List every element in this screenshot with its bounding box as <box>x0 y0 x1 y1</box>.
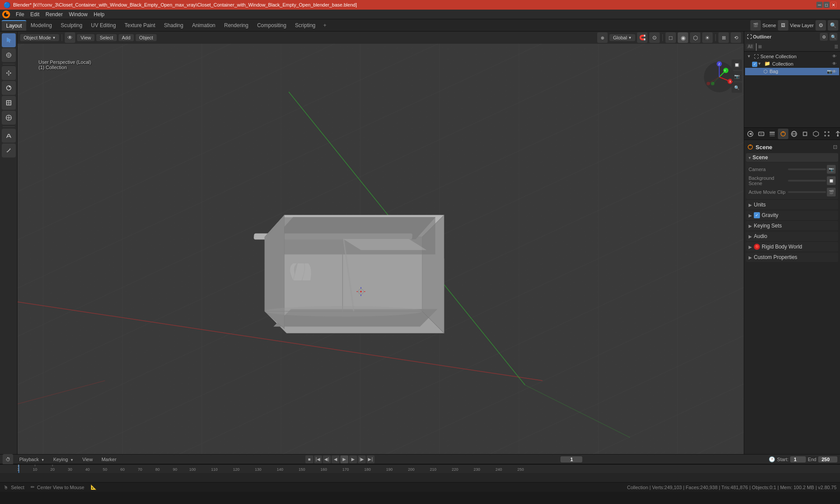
tool-rotate[interactable] <box>2 81 16 95</box>
viewport-lock-btn[interactable]: 🔍 <box>732 82 742 93</box>
menu-render[interactable]: Render <box>43 10 65 18</box>
gizmo-btn[interactable]: ⟲ <box>731 32 741 43</box>
prop-section-keying-sets[interactable]: ▶ Keying Sets <box>746 221 838 231</box>
add-menu[interactable]: Add <box>119 34 134 41</box>
bg-scene-pick-btn[interactable]: 🔲 <box>827 176 836 185</box>
tab-add[interactable]: + <box>320 21 330 30</box>
current-frame-display[interactable]: 1 <box>560 456 582 462</box>
viewport-render-btn[interactable]: 🔲 <box>732 60 742 70</box>
view-layer-icon-btn[interactable]: 🖼 <box>778 20 788 31</box>
tab-modeling[interactable]: Modeling <box>26 21 56 30</box>
tab-scripting[interactable]: Scripting <box>290 21 320 30</box>
outliner-collection[interactable]: ✓ ▾ 📁 Collection 👁 <box>745 60 839 68</box>
scene-section-header[interactable]: ▾ Scene <box>746 153 838 162</box>
tab-shading[interactable]: Shading <box>160 21 188 30</box>
prev-keyframe-btn[interactable]: ◀| <box>323 455 331 463</box>
overlay-btn[interactable]: ⊞ <box>718 32 729 43</box>
frame-ruler[interactable]: 1 10 20 30 40 50 60 70 80 90 100 110 120… <box>0 464 840 473</box>
view-menu[interactable]: View <box>77 34 94 41</box>
outliner-search-btn[interactable]: 🔍 <box>830 33 837 41</box>
tab-compositing[interactable]: Compositing <box>253 21 291 30</box>
tab-rendering[interactable]: Rendering <box>220 21 252 30</box>
tab-layout[interactable]: Layout <box>2 20 26 31</box>
prop-tab-modifier[interactable] <box>811 129 821 139</box>
camera-value[interactable] <box>788 168 826 170</box>
gravity-checkbox[interactable]: ✓ <box>754 212 760 218</box>
outliner-view-toggle[interactable]: ⊞ <box>758 44 762 49</box>
marker-btn[interactable]: Marker <box>99 456 119 462</box>
last-frame-btn[interactable]: ▶| <box>367 455 374 463</box>
outliner-bag[interactable]: ⬡ Bag 📷 👁 <box>745 68 839 75</box>
prop-tab-object[interactable] <box>800 129 810 139</box>
menu-window[interactable]: Window <box>66 10 90 18</box>
scene-icon-btn[interactable]: 🎬 <box>750 20 761 31</box>
search-icon-btn[interactable]: 🔍 <box>828 20 838 31</box>
bag-camera-icon[interactable]: 📷 <box>827 69 832 74</box>
viewport-canvas[interactable]: User Perspective (Local) (1) Collection … <box>18 44 744 454</box>
prop-section-rigid-body[interactable]: ▶ 🔴 Rigid Body World <box>746 242 838 252</box>
next-frame-btn[interactable]: ▶ <box>349 455 357 463</box>
prop-section-custom-props[interactable]: ▶ Custom Properties <box>746 252 838 262</box>
collection-checkbox[interactable]: ✓ <box>752 61 757 67</box>
prop-section-gravity[interactable]: ▶ ✓ Gravity <box>746 210 838 220</box>
proportional-btn[interactable]: ⊙ <box>649 32 660 43</box>
global-dropdown[interactable]: Global ▼ <box>609 34 635 41</box>
prev-frame-btn[interactable]: ◀ <box>332 455 340 463</box>
prop-tab-viewlayer[interactable] <box>767 129 777 139</box>
collection-vis[interactable]: 👁 <box>832 61 836 66</box>
outliner-filter-btn[interactable]: ⚙ <box>820 33 828 41</box>
viewport-global-btn[interactable]: ⊕ <box>597 32 608 43</box>
tab-animation[interactable]: Animation <box>188 21 220 30</box>
tool-move[interactable] <box>2 66 16 80</box>
maximize-button[interactable]: □ <box>823 2 830 8</box>
scene-collection-vis[interactable]: 👁 <box>832 54 836 59</box>
tool-measure[interactable] <box>2 144 16 158</box>
first-frame-btn[interactable]: |◀ <box>314 455 322 463</box>
prop-tab-output[interactable] <box>756 129 766 139</box>
minimize-button[interactable]: ─ <box>816 2 822 8</box>
start-frame[interactable]: 1 <box>790 456 806 462</box>
prop-section-audio[interactable]: ▶ Audio <box>746 231 838 241</box>
viewport-cam-btn[interactable]: 📷 <box>732 71 742 81</box>
playback-btn[interactable]: Playback ▼ <box>17 456 47 462</box>
keying-btn[interactable]: Keying ▼ <box>51 456 77 462</box>
movie-clip-value[interactable] <box>788 191 826 193</box>
outliner-scene-collection[interactable]: ▾ ⛶ Scene Collection 👁 <box>745 52 839 60</box>
prop-section-units[interactable]: ▶ Units <box>746 200 838 210</box>
menu-help[interactable]: Help <box>91 10 107 18</box>
outliner-filter-all[interactable]: All <box>746 44 754 49</box>
camera-pick-btn[interactable]: 📷 <box>827 165 836 174</box>
properties-expand-btn[interactable]: ⊡ <box>833 144 837 150</box>
prop-tab-render[interactable] <box>745 129 756 139</box>
tab-uv-editing[interactable]: UV Editing <box>87 21 120 30</box>
prop-tab-particles[interactable] <box>822 129 832 139</box>
menu-edit[interactable]: Edit <box>28 10 42 18</box>
menu-file[interactable]: File <box>13 10 27 18</box>
viewport-3d[interactable]: Object Mode ▼ 👁 View Select Add Object ⊕ <box>18 32 744 454</box>
prop-tab-scene[interactable] <box>778 129 788 139</box>
prop-tab-world[interactable] <box>789 129 799 139</box>
tool-scale[interactable] <box>2 96 16 110</box>
close-button[interactable]: ✕ <box>830 2 836 8</box>
prop-tab-physics[interactable] <box>833 129 840 139</box>
tool-select[interactable] <box>2 33 16 47</box>
object-mode-dropdown[interactable]: Object Mode ▼ <box>20 34 59 41</box>
rendered-btn[interactable]: ☀ <box>702 32 713 43</box>
play-btn[interactable]: ▶ <box>340 455 348 463</box>
bg-scene-value[interactable] <box>788 180 826 182</box>
outliner-extra[interactable]: ☰ <box>834 44 838 49</box>
tool-annotate[interactable] <box>2 129 16 143</box>
wireframe-btn[interactable]: □ <box>665 32 676 43</box>
view-btn[interactable]: View <box>80 456 95 462</box>
movie-clip-pick-btn[interactable]: 🎬 <box>827 188 836 196</box>
material-btn[interactable]: ⬡ <box>690 32 700 43</box>
bag-vis[interactable]: 👁 <box>832 69 836 74</box>
stop-btn[interactable]: ■ <box>305 455 313 463</box>
next-keyframe-btn[interactable]: |▶ <box>358 455 366 463</box>
tab-sculpting[interactable]: Sculpting <box>56 21 87 30</box>
tool-cursor[interactable] <box>2 48 16 62</box>
object-menu[interactable]: Object <box>136 34 157 41</box>
filter-icon-btn[interactable]: ⚙ <box>816 20 826 31</box>
tool-transform[interactable] <box>2 111 16 125</box>
viewport-icon-1[interactable]: 👁 <box>65 32 75 43</box>
